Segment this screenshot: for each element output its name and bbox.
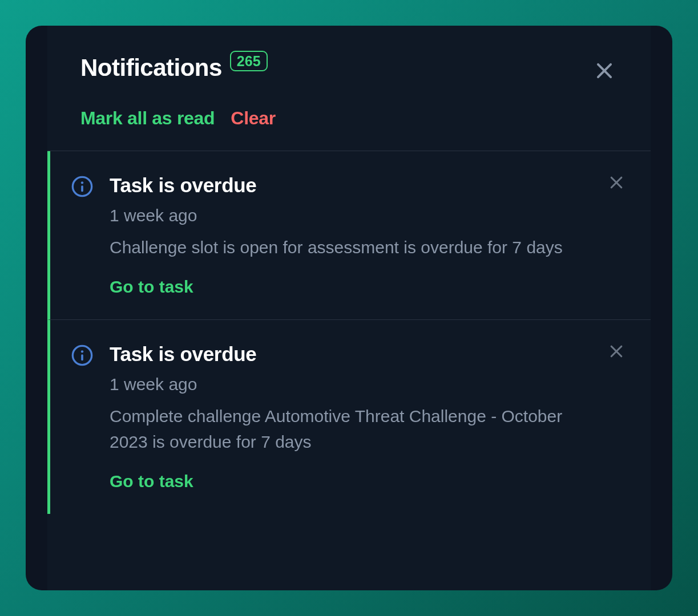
panel-header: Notifications 265 Mark all as read Clear xyxy=(47,26,651,151)
notification-title: Task is overdue xyxy=(110,343,596,366)
svg-point-8 xyxy=(81,350,83,352)
clear-button[interactable]: Clear xyxy=(231,108,276,129)
notification-title: Task is overdue xyxy=(110,174,596,197)
go-to-task-link[interactable]: Go to task xyxy=(110,277,193,297)
svg-rect-4 xyxy=(81,185,83,192)
title-row: Notifications 265 xyxy=(80,54,618,86)
title-group: Notifications 265 xyxy=(80,54,268,82)
svg-rect-9 xyxy=(81,354,83,360)
notifications-list: Task is overdue 1 week ago Challenge slo… xyxy=(47,151,651,514)
notification-time: 1 week ago xyxy=(110,375,596,394)
notification-item: Task is overdue 1 week ago Challenge slo… xyxy=(47,151,651,320)
header-actions: Mark all as read Clear xyxy=(80,108,618,129)
notification-time: 1 week ago xyxy=(110,206,596,225)
notification-description: Challenge slot is open for assessment is… xyxy=(110,234,596,260)
notification-count-badge: 265 xyxy=(230,51,268,71)
close-icon xyxy=(608,174,625,191)
panel-title: Notifications xyxy=(80,54,222,82)
close-icon xyxy=(608,343,625,360)
dismiss-notification-button[interactable] xyxy=(608,343,625,362)
info-icon xyxy=(71,344,94,367)
mark-all-read-button[interactable]: Mark all as read xyxy=(80,108,215,129)
close-panel-button[interactable] xyxy=(591,58,618,86)
notification-body: Task is overdue 1 week ago Challenge slo… xyxy=(110,174,625,297)
notification-body: Task is overdue 1 week ago Complete chal… xyxy=(110,343,625,491)
notification-description: Complete challenge Automotive Threat Cha… xyxy=(110,403,596,455)
notifications-panel: Notifications 265 Mark all as read Clear xyxy=(26,26,672,590)
go-to-task-link[interactable]: Go to task xyxy=(110,472,193,491)
info-icon xyxy=(71,175,94,198)
panel-inner: Notifications 265 Mark all as read Clear xyxy=(47,26,651,590)
svg-point-3 xyxy=(81,181,83,184)
close-icon xyxy=(594,60,615,82)
notification-item: Task is overdue 1 week ago Complete chal… xyxy=(47,320,651,514)
dismiss-notification-button[interactable] xyxy=(608,174,625,193)
